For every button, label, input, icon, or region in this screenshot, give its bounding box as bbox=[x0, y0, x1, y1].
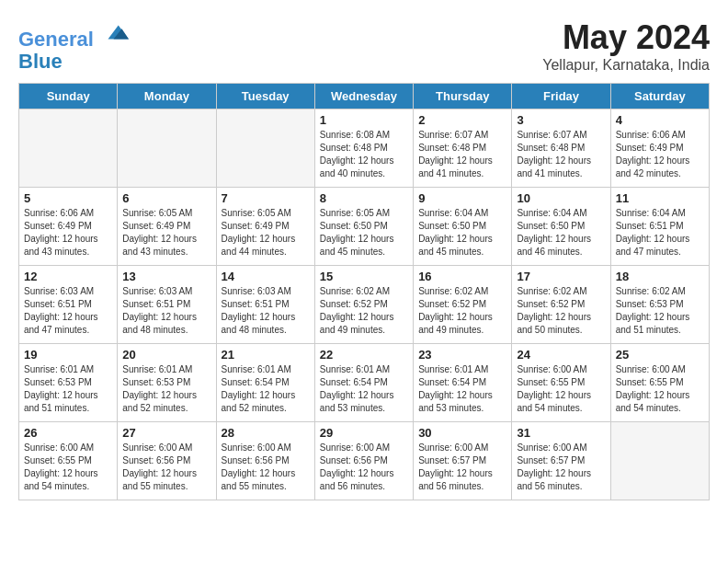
day-number: 7 bbox=[222, 191, 310, 205]
day-info: Sunrise: 6:00 AM Sunset: 6:55 PM Dayligh… bbox=[24, 442, 112, 493]
day-number: 23 bbox=[418, 348, 506, 362]
day-info: Sunrise: 6:05 AM Sunset: 6:50 PM Dayligh… bbox=[320, 207, 408, 259]
day-info: Sunrise: 6:05 AM Sunset: 6:49 PM Dayligh… bbox=[122, 207, 210, 259]
day-number: 28 bbox=[222, 426, 310, 440]
day-info: Sunrise: 6:07 AM Sunset: 6:48 PM Dayligh… bbox=[418, 129, 506, 180]
calendar-day-cell: 6Sunrise: 6:05 AM Sunset: 6:49 PM Daylig… bbox=[118, 188, 216, 266]
day-number: 5 bbox=[24, 191, 112, 205]
day-info: Sunrise: 6:04 AM Sunset: 6:51 PM Dayligh… bbox=[616, 207, 704, 259]
calendar-day-cell: 3Sunrise: 6:07 AM Sunset: 6:48 PM Daylig… bbox=[512, 109, 610, 188]
day-info: Sunrise: 6:01 AM Sunset: 6:54 PM Dayligh… bbox=[320, 363, 408, 415]
calendar-day-header: Tuesday bbox=[216, 84, 314, 109]
day-number: 25 bbox=[616, 348, 704, 362]
title-block: May 2024 Yellapur, Karnataka, India bbox=[542, 18, 710, 74]
calendar-week-row: 19Sunrise: 6:01 AM Sunset: 6:53 PM Dayli… bbox=[19, 344, 710, 422]
calendar-day-cell: 28Sunrise: 6:00 AM Sunset: 6:56 PM Dayli… bbox=[216, 422, 314, 500]
calendar-day-header: Thursday bbox=[414, 84, 512, 109]
calendar-day-cell bbox=[118, 109, 216, 188]
calendar-day-header: Wednesday bbox=[314, 84, 413, 109]
day-info: Sunrise: 6:06 AM Sunset: 6:49 PM Dayligh… bbox=[24, 207, 112, 259]
calendar-day-cell: 8Sunrise: 6:05 AM Sunset: 6:50 PM Daylig… bbox=[314, 188, 413, 266]
day-info: Sunrise: 6:01 AM Sunset: 6:54 PM Dayligh… bbox=[418, 363, 506, 415]
day-number: 24 bbox=[517, 348, 605, 362]
day-info: Sunrise: 6:00 AM Sunset: 6:57 PM Dayligh… bbox=[517, 442, 605, 493]
day-number: 17 bbox=[517, 270, 605, 283]
calendar-day-header: Monday bbox=[118, 84, 216, 109]
day-number: 16 bbox=[418, 270, 506, 283]
calendar-day-header: Friday bbox=[512, 84, 610, 109]
calendar-day-header: Saturday bbox=[610, 84, 709, 109]
day-number: 20 bbox=[122, 348, 210, 362]
calendar-day-cell bbox=[19, 109, 118, 188]
day-number: 14 bbox=[222, 270, 310, 283]
day-number: 31 bbox=[517, 426, 605, 440]
day-info: Sunrise: 6:04 AM Sunset: 6:50 PM Dayligh… bbox=[517, 207, 605, 259]
day-number: 21 bbox=[222, 348, 310, 362]
calendar-day-cell: 16Sunrise: 6:02 AM Sunset: 6:52 PM Dayli… bbox=[414, 266, 512, 344]
day-info: Sunrise: 6:00 AM Sunset: 6:56 PM Dayligh… bbox=[122, 442, 210, 493]
day-number: 30 bbox=[418, 426, 506, 440]
calendar-day-cell: 13Sunrise: 6:03 AM Sunset: 6:51 PM Dayli… bbox=[118, 266, 216, 344]
day-info: Sunrise: 6:00 AM Sunset: 6:56 PM Dayligh… bbox=[222, 442, 310, 493]
calendar-day-cell: 5Sunrise: 6:06 AM Sunset: 6:49 PM Daylig… bbox=[19, 188, 118, 266]
logo: General Blue bbox=[18, 18, 129, 73]
day-number: 1 bbox=[320, 113, 408, 127]
day-info: Sunrise: 6:02 AM Sunset: 6:52 PM Dayligh… bbox=[517, 285, 605, 337]
day-info: Sunrise: 6:00 AM Sunset: 6:55 PM Dayligh… bbox=[517, 363, 605, 415]
page-header: General Blue May 2024 Yellapur, Karnatak… bbox=[18, 18, 710, 74]
calendar-day-cell: 27Sunrise: 6:00 AM Sunset: 6:56 PM Dayli… bbox=[118, 422, 216, 500]
calendar-day-cell: 23Sunrise: 6:01 AM Sunset: 6:54 PM Dayli… bbox=[414, 344, 512, 422]
day-number: 29 bbox=[320, 426, 408, 440]
day-number: 27 bbox=[122, 426, 210, 440]
calendar-day-cell: 10Sunrise: 6:04 AM Sunset: 6:50 PM Dayli… bbox=[512, 188, 610, 266]
calendar-week-row: 5Sunrise: 6:06 AM Sunset: 6:49 PM Daylig… bbox=[19, 188, 710, 266]
calendar-header: SundayMondayTuesdayWednesdayThursdayFrid… bbox=[19, 84, 710, 109]
calendar-day-cell: 20Sunrise: 6:01 AM Sunset: 6:53 PM Dayli… bbox=[118, 344, 216, 422]
day-info: Sunrise: 6:02 AM Sunset: 6:52 PM Dayligh… bbox=[320, 285, 408, 337]
calendar-week-row: 12Sunrise: 6:03 AM Sunset: 6:51 PM Dayli… bbox=[19, 266, 710, 344]
day-info: Sunrise: 6:03 AM Sunset: 6:51 PM Dayligh… bbox=[222, 285, 310, 337]
day-number: 9 bbox=[418, 191, 506, 205]
day-number: 11 bbox=[616, 191, 704, 205]
calendar-day-cell: 12Sunrise: 6:03 AM Sunset: 6:51 PM Dayli… bbox=[19, 266, 118, 344]
day-info: Sunrise: 6:02 AM Sunset: 6:53 PM Dayligh… bbox=[616, 285, 704, 337]
calendar-header-row: SundayMondayTuesdayWednesdayThursdayFrid… bbox=[19, 84, 710, 109]
logo-blue: Blue bbox=[18, 50, 63, 73]
day-info: Sunrise: 6:00 AM Sunset: 6:56 PM Dayligh… bbox=[320, 442, 408, 493]
day-number: 19 bbox=[24, 348, 112, 362]
day-number: 4 bbox=[616, 113, 704, 127]
calendar-day-cell: 24Sunrise: 6:00 AM Sunset: 6:55 PM Dayli… bbox=[512, 344, 610, 422]
calendar-day-cell: 22Sunrise: 6:01 AM Sunset: 6:54 PM Dayli… bbox=[314, 344, 413, 422]
subtitle: Yellapur, Karnataka, India bbox=[542, 57, 710, 74]
calendar-day-cell: 19Sunrise: 6:01 AM Sunset: 6:53 PM Dayli… bbox=[19, 344, 118, 422]
day-number: 8 bbox=[320, 191, 408, 205]
day-number: 2 bbox=[418, 113, 506, 127]
day-info: Sunrise: 6:02 AM Sunset: 6:52 PM Dayligh… bbox=[418, 285, 506, 337]
day-number: 3 bbox=[517, 113, 605, 127]
calendar-week-row: 1Sunrise: 6:08 AM Sunset: 6:48 PM Daylig… bbox=[19, 109, 710, 188]
calendar-day-cell: 26Sunrise: 6:00 AM Sunset: 6:55 PM Dayli… bbox=[19, 422, 118, 500]
calendar-day-cell: 21Sunrise: 6:01 AM Sunset: 6:54 PM Dayli… bbox=[216, 344, 314, 422]
calendar-day-cell: 9Sunrise: 6:04 AM Sunset: 6:50 PM Daylig… bbox=[414, 188, 512, 266]
calendar-day-cell: 4Sunrise: 6:06 AM Sunset: 6:49 PM Daylig… bbox=[610, 109, 709, 188]
day-info: Sunrise: 6:01 AM Sunset: 6:54 PM Dayligh… bbox=[222, 363, 310, 415]
calendar-day-cell: 7Sunrise: 6:05 AM Sunset: 6:49 PM Daylig… bbox=[216, 188, 314, 266]
day-info: Sunrise: 6:07 AM Sunset: 6:48 PM Dayligh… bbox=[517, 129, 605, 180]
calendar-day-cell: 31Sunrise: 6:00 AM Sunset: 6:57 PM Dayli… bbox=[512, 422, 610, 500]
day-info: Sunrise: 6:08 AM Sunset: 6:48 PM Dayligh… bbox=[320, 129, 408, 180]
calendar-day-cell: 14Sunrise: 6:03 AM Sunset: 6:51 PM Dayli… bbox=[216, 266, 314, 344]
logo-general: General bbox=[18, 28, 94, 51]
calendar-day-cell: 29Sunrise: 6:00 AM Sunset: 6:56 PM Dayli… bbox=[314, 422, 413, 500]
calendar-day-cell: 11Sunrise: 6:04 AM Sunset: 6:51 PM Dayli… bbox=[610, 188, 709, 266]
day-number: 6 bbox=[122, 191, 210, 205]
calendar-day-cell: 30Sunrise: 6:00 AM Sunset: 6:57 PM Dayli… bbox=[414, 422, 512, 500]
calendar-day-cell: 1Sunrise: 6:08 AM Sunset: 6:48 PM Daylig… bbox=[314, 109, 413, 188]
day-number: 13 bbox=[122, 270, 210, 283]
calendar-day-cell: 17Sunrise: 6:02 AM Sunset: 6:52 PM Dayli… bbox=[512, 266, 610, 344]
calendar-day-cell: 15Sunrise: 6:02 AM Sunset: 6:52 PM Dayli… bbox=[314, 266, 413, 344]
day-info: Sunrise: 6:01 AM Sunset: 6:53 PM Dayligh… bbox=[24, 363, 112, 415]
day-number: 26 bbox=[24, 426, 112, 440]
day-number: 10 bbox=[517, 191, 605, 205]
day-info: Sunrise: 6:06 AM Sunset: 6:49 PM Dayligh… bbox=[616, 129, 704, 180]
logo-icon bbox=[101, 18, 129, 46]
